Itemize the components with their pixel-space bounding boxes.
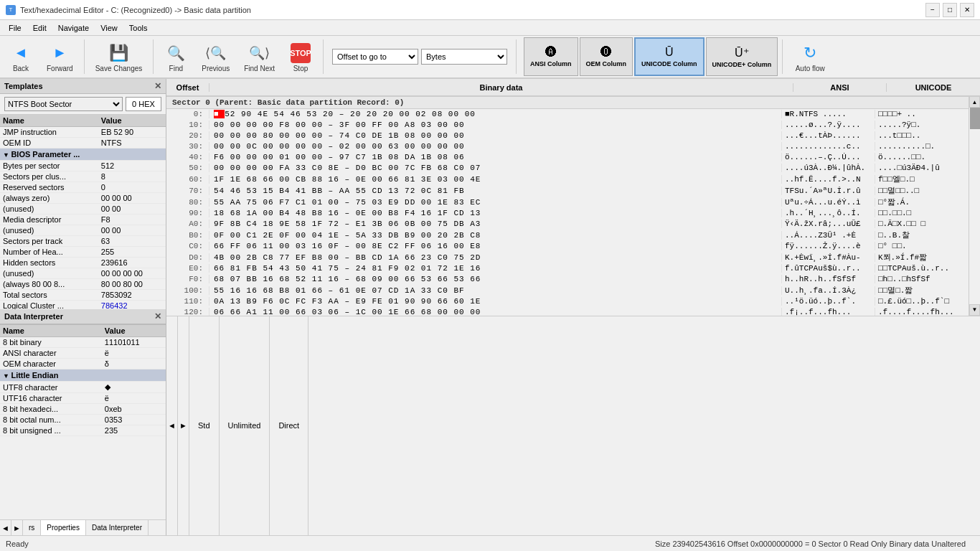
close-button[interactable]: ✕: [960, 3, 974, 17]
hex-unicode-cell: ....□ú3ÄÐ4.|û: [875, 164, 969, 172]
hex-bytes-cell[interactable]: 00 00 00 00 F8 00 00 – 3F 00 FF 00 A8 03…: [209, 121, 782, 129]
hex-row[interactable]: B0:0F 00 C1 2E 0F 00 04 1E – 5A 33 DB B9…: [166, 230, 969, 241]
hex-row[interactable]: 10:00 00 00 00 F8 00 00 – 3F 00 FF 00 A8…: [166, 120, 969, 131]
interp-value-utf16-character: ë: [102, 393, 166, 404]
hex-bytes-cell[interactable]: 00 00 0C 00 00 00 00 – 02 00 00 63 00 00…: [209, 142, 782, 151]
template-select[interactable]: NTFS Boot Sector: [4, 97, 123, 111]
unicode-plus-label: UNICODE+ Column: [712, 61, 772, 68]
hex-bytes-cell[interactable]: 06 66 A1 11 00 66 03 06 – 1C 00 1E 66 68…: [209, 308, 782, 316]
hex-row[interactable]: 60:1F 1E 68 66 00 CB 88 16 – 0E 00 66 81…: [166, 174, 969, 185]
hex-bytes-cell[interactable]: 18 68 1A 00 B4 48 B8 16 – 0E 00 B8 F4 16…: [209, 209, 782, 217]
hex-bytes-cell[interactable]: 68 07 BB 16 68 52 11 16 – 68 09 00 66 53…: [209, 275, 782, 283]
interp-name-utf16-character: UTF16 character: [0, 393, 102, 404]
menu-navigate[interactable]: Navigate: [52, 22, 95, 34]
bytes-select[interactable]: Bytes: [421, 49, 507, 65]
selected-byte[interactable]: ■: [214, 110, 225, 118]
maximize-button[interactable]: □: [943, 3, 957, 17]
forward-button[interactable]: ► Forward: [40, 37, 80, 76]
menu-edit[interactable]: Edit: [27, 22, 52, 34]
data-interpreter-close[interactable]: ✕: [154, 311, 161, 321]
hex-ansi-cell: ■R.NTFS .....: [782, 110, 875, 118]
hex-bytes-cell[interactable]: 0F 00 C1 2E 0F 00 04 1E – 5A 33 DB B9 00…: [209, 231, 782, 240]
template-value-logical-cluster-[interactable]: 786432: [98, 301, 166, 310]
template-name-sectors-per-track: Sectors per track: [0, 236, 98, 247]
hex-bytes-cell[interactable]: 9F 8B C4 18 9E 58 1F 72 – E1 3B 06 0B 00…: [209, 220, 782, 228]
hex-area: Offset Binary data ANSI UNICODE Sector 0…: [166, 79, 980, 535]
scroll-down[interactable]: ▼: [969, 304, 980, 316]
hex-row[interactable]: 80:55 AA 75 06 F7 C1 01 00 – 75 03 E9 DD…: [166, 197, 969, 208]
ansi-column-button[interactable]: 🅐 ANSI Column: [524, 37, 578, 76]
stop-icon: STOP: [289, 42, 312, 65]
hex-row[interactable]: 120:06 66 A1 11 00 66 03 06 – 1C 00 1E 6…: [166, 307, 969, 316]
hex-bytes-cell[interactable]: 55 16 16 68 B8 01 66 – 61 0E 07 CD 1A 33…: [209, 286, 782, 295]
oem-column-button[interactable]: 🅞 OEM Column: [580, 37, 633, 76]
templates-close[interactable]: ✕: [154, 81, 161, 91]
hex-bytes-cell[interactable]: 00 00 00 00 FA 33 C0 8E – D0 BC 00 7C FB…: [209, 164, 782, 172]
scroll-track[interactable]: [969, 108, 980, 304]
hex-bytes-cell[interactable]: 00 00 00 80 00 00 00 – 74 C0 DE 1B 08 00…: [209, 131, 782, 140]
scrollbar[interactable]: ▲ ▼: [969, 96, 980, 316]
hex-row[interactable]: F0:68 07 BB 16 68 52 11 16 – 68 09 00 66…: [166, 274, 969, 285]
data-interpreter-table: Name Value 8 bit binary11101011 ANSI cha…: [0, 324, 166, 519]
template-name-logical-cluster-: Logical Cluster ...: [0, 301, 98, 310]
offset-input[interactable]: Offset to go to: [332, 49, 418, 65]
hex-row[interactable]: 0:■ 52 90 4E 54 46 53 20 – 20 20 20 00 0…: [166, 109, 969, 120]
find-next-button[interactable]: 🔍⟩ Find Next: [237, 37, 281, 76]
unicode-plus-column-button[interactable]: Ū⁺ UNICODE+ Column: [706, 37, 778, 76]
hex-row[interactable]: A0:9F 8B C4 18 9E 58 1F 72 – E1 3B 06 0B…: [166, 219, 969, 230]
minimize-button[interactable]: −: [925, 3, 940, 17]
hex-row[interactable]: 90:18 68 1A 00 B4 48 B8 16 – 0E 00 B8 F4…: [166, 208, 969, 219]
hex-input[interactable]: [126, 97, 161, 111]
tab-rs[interactable]: rs: [23, 520, 41, 535]
hex-row[interactable]: C0:66 FF 06 11 00 03 16 0F – 00 8E C2 FF…: [166, 241, 969, 252]
hex-bytes-cell[interactable]: ■ 52 90 4E 54 46 53 20 – 20 20 20 00 02 …: [209, 110, 782, 118]
hex-row[interactable]: 40:F6 00 00 00 01 00 00 – 97 C7 1B 08 DA…: [166, 152, 969, 163]
autoflow-button[interactable]: ↻ Auto flow: [787, 37, 833, 76]
tab-data-interpreter[interactable]: Data Interpreter: [86, 520, 149, 535]
left-tab-prev[interactable]: ◄: [0, 520, 11, 535]
tab-direct[interactable]: Direct: [270, 316, 308, 536]
hex-row[interactable]: D0:4B 00 2B C8 77 EF B8 00 – BB CD 1A 66…: [166, 252, 969, 263]
template-value-oem-id: NTFS: [98, 138, 166, 149]
stop-button[interactable]: STOP Stop: [283, 37, 319, 76]
right-tab-next[interactable]: ►: [178, 316, 189, 536]
menu-view[interactable]: View: [95, 22, 123, 34]
menu-tools[interactable]: Tools: [123, 22, 154, 34]
left-tab-next[interactable]: ►: [11, 520, 23, 535]
hex-bytes-cell[interactable]: 66 81 FB 54 43 50 41 75 – 24 81 F9 02 01…: [209, 264, 782, 273]
hex-bytes-cell[interactable]: F6 00 00 00 01 00 00 – 97 C7 1B 08 DA 1B…: [209, 153, 782, 161]
hex-bytes-cell[interactable]: 4B 00 2B C8 77 EF B8 00 – BB CD 1A 66 23…: [209, 253, 782, 262]
hex-row[interactable]: 70:54 46 53 15 B4 41 BB – AA 55 CD 13 72…: [166, 185, 969, 197]
template-value-total-sectors: 7853092: [98, 290, 166, 301]
hex-row[interactable]: 100:55 16 16 68 B8 01 66 – 61 0E 07 CD 1…: [166, 285, 969, 296]
hex-row[interactable]: 110:0A 13 B9 F6 0C FC F3 AA – E9 FE 01 9…: [166, 296, 969, 307]
unicode-column-button[interactable]: Ū UNICODE Column: [634, 37, 705, 76]
interp-name-ansi-character: ANSI character: [0, 348, 102, 359]
find-button[interactable]: 🔍 Find: [158, 37, 194, 76]
hex-row[interactable]: 50:00 00 00 00 FA 33 C0 8E – D0 BC 00 7C…: [166, 163, 969, 174]
tab-unlimited[interactable]: Unlimited: [220, 316, 270, 536]
hex-bytes-cell[interactable]: 55 AA 75 06 F7 C1 01 00 – 75 03 E9 DD 00…: [209, 198, 782, 207]
back-button[interactable]: ◄ Back: [3, 37, 39, 76]
scroll-up[interactable]: ▲: [969, 96, 980, 108]
hex-row[interactable]: 20:00 00 00 80 00 00 00 – 74 C0 DE 1B 08…: [166, 131, 969, 141]
unicode-plus-icon: Ū⁺: [735, 46, 749, 60]
window-controls[interactable]: − □ ✕: [925, 3, 974, 17]
scroll-thumb[interactable]: [970, 108, 980, 129]
hex-bytes-cell[interactable]: 66 FF 06 11 00 03 16 0F – 00 8E C2 FF 06…: [209, 242, 782, 250]
right-tab-prev[interactable]: ◄: [166, 316, 178, 536]
find-previous-button[interactable]: ⟨🔍 Previous: [195, 37, 236, 76]
templates-data: Name Value JMP instructionEB 52 90 OEM I…: [0, 115, 166, 309]
column-buttons: 🅐 ANSI Column 🅞 OEM Column Ū UNICODE Col…: [524, 37, 778, 76]
menu-file[interactable]: File: [3, 22, 27, 34]
hex-bytes-cell[interactable]: 54 46 53 15 B4 41 BB – AA 55 CD 13 72 0C…: [209, 187, 782, 195]
hex-bytes-cell[interactable]: 0A 13 B9 F6 0C FC F3 AA – E9 FE 01 90 90…: [209, 297, 782, 306]
hex-content[interactable]: Sector 0 (Parent: Basic data partition R…: [166, 96, 969, 316]
hex-bytes-cell[interactable]: 1F 1E 68 66 00 CB 88 16 – 0E 00 66 81 3E…: [209, 175, 782, 184]
tab-properties[interactable]: Properties: [41, 520, 86, 535]
tab-std[interactable]: Std: [189, 316, 220, 536]
hex-row[interactable]: E0:66 81 FB 54 43 50 41 75 – 24 81 F9 02…: [166, 263, 969, 274]
save-button[interactable]: 💾 Save Changes: [89, 37, 149, 76]
sep4: [516, 39, 517, 74]
hex-row[interactable]: 30:00 00 0C 00 00 00 00 – 02 00 00 63 00…: [166, 141, 969, 152]
